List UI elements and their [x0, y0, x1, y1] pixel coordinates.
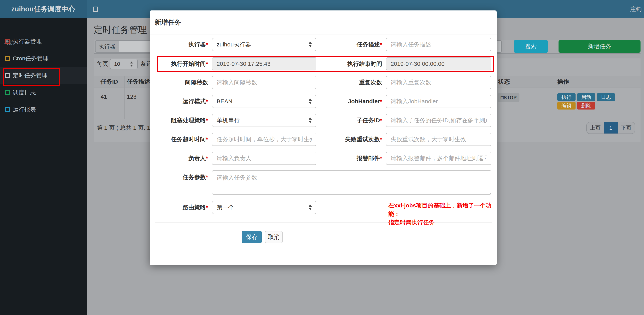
app-root: zuihou任务调度中心 注销 导航 执行器管理 Cron任务管理 定时任务管理… — [0, 0, 644, 315]
col-header-task-id: 任务ID — [100, 76, 118, 88]
task-timeout-input[interactable] — [212, 133, 316, 146]
field-label: 执行器* — [150, 38, 208, 51]
task-params-textarea[interactable] — [212, 170, 491, 195]
square-outline-icon — [5, 90, 10, 95]
block-strategy-select[interactable]: 单机串行 — [212, 114, 316, 127]
sidebar-item-run-report[interactable]: 运行报表 — [0, 101, 87, 118]
repeat-count-input[interactable] — [386, 76, 491, 89]
cancel-button[interactable]: 取消 — [265, 231, 283, 243]
cell-task-desc: 123 — [127, 92, 136, 101]
per-page-prefix: 每页 — [97, 59, 108, 69]
start-time-input[interactable] — [212, 57, 316, 70]
field-label: 重复次数 — [316, 76, 382, 89]
square-outline-icon — [5, 56, 10, 61]
sidebar-item-timed-task-manage[interactable]: 定时任务管理 — [0, 67, 87, 84]
search-button[interactable]: 搜索 — [514, 40, 548, 53]
field-label: 任务描述* — [316, 38, 382, 51]
field-label: 失败重试次数* — [316, 133, 382, 146]
status-badge: □STOP — [498, 93, 520, 102]
owner-input[interactable] — [212, 152, 316, 165]
start-button[interactable]: 启动 — [577, 93, 595, 101]
form-row-timeout: 任务超时时间* 失败重试次数* — [150, 133, 497, 146]
feature-note-line1: 在xxl-jobs项目的基础上，新增了一个功能： — [388, 201, 495, 218]
form-row-interval: 间隔秒数 重复次数 — [150, 76, 497, 89]
add-task-modal: 新增任务 执行器* zuihou执行器 任务描述* 执行开始时间* 执行结束时间… — [150, 11, 497, 265]
field-label: 运行模式* — [150, 95, 208, 108]
alarm-email-input[interactable] — [386, 152, 491, 165]
logout-link[interactable]: 注销 — [630, 0, 642, 18]
jobhandler-input[interactable] — [386, 95, 491, 108]
cell-task-id: 41 — [100, 92, 107, 101]
modal-header-divider — [150, 34, 497, 35]
log-button[interactable]: 日志 — [597, 93, 615, 101]
sidebar-item-dispatch-log[interactable]: 调度日志 — [0, 84, 87, 101]
delete-button[interactable]: 删除 — [577, 102, 595, 110]
run-button[interactable]: 执行 — [557, 93, 576, 101]
square-outline-icon — [5, 107, 10, 112]
fail-retry-input[interactable] — [386, 133, 491, 146]
select-arrows-icon — [130, 62, 134, 67]
per-page-value: 10 — [114, 61, 120, 67]
current-page-button[interactable]: 1 — [604, 122, 618, 134]
sidebar-item-label: Cron任务管理 — [13, 50, 48, 67]
select-arrows-icon — [309, 41, 312, 47]
brand-title: zuihou任务调度中心 — [0, 0, 87, 18]
field-label: 报警邮件* — [316, 152, 382, 165]
route-strategy-select[interactable]: 第一个 — [212, 201, 316, 214]
task-desc-input[interactable] — [386, 38, 491, 51]
interval-seconds-input[interactable] — [212, 76, 316, 89]
run-mode-select[interactable]: BEAN — [212, 95, 316, 108]
sidebar-toggle-icon[interactable] — [93, 7, 98, 12]
square-outline-icon — [5, 73, 10, 78]
field-label: 任务参数* — [150, 173, 208, 181]
modal-title: 新增任务 — [155, 11, 181, 34]
column-divider — [552, 76, 552, 119]
pagination: 上页 1 下页 — [586, 122, 635, 134]
per-page-select[interactable]: 10 — [110, 59, 138, 69]
col-header-status: 状态 — [498, 76, 510, 88]
sidebar-item-executor-manage[interactable]: 执行器管理 — [0, 33, 87, 50]
field-label: 子任务ID* — [316, 114, 382, 127]
form-row-executor: 执行器* zuihou执行器 任务描述* — [150, 38, 497, 51]
col-header-operations: 操作 — [557, 76, 569, 88]
prev-page-button[interactable]: 上页 — [587, 122, 604, 134]
select-arrows-icon — [309, 98, 312, 104]
field-label: 负责人* — [150, 152, 208, 165]
field-label: 路由策略* — [150, 201, 208, 214]
sidebar-item-label: 运行报表 — [13, 101, 36, 118]
feature-note: 在xxl-jobs项目的基础上，新增了一个功能： 指定时间执行任务 — [388, 201, 495, 227]
form-row-owner: 负责人* 报警邮件* — [150, 152, 497, 165]
form-row-exec-time: 执行开始时间* 执行结束时间 — [150, 57, 497, 70]
executor-select[interactable]: zuihou执行器 — [212, 38, 316, 51]
save-button[interactable]: 保存 — [242, 231, 262, 243]
sidebar-item-cron-task-manage[interactable]: Cron任务管理 — [0, 50, 87, 67]
column-divider — [124, 76, 124, 119]
field-label: 任务超时时间* — [150, 133, 208, 146]
modal-footer-divider — [155, 222, 492, 222]
add-task-button[interactable]: 新增任务 — [558, 40, 640, 53]
sidebar-item-label: 执行器管理 — [13, 33, 42, 50]
edit-button[interactable]: 编辑 — [557, 102, 576, 110]
executor-filter-addon: 执行器 — [95, 40, 119, 53]
select-arrows-icon — [309, 204, 312, 210]
select-arrows-icon — [309, 117, 312, 123]
form-row-block-strategy: 阻塞处理策略* 单机串行 子任务ID* — [150, 114, 497, 127]
next-page-button[interactable]: 下页 — [618, 122, 635, 134]
field-label: 执行开始时间* — [150, 57, 208, 70]
sidebar-item-label: 定时任务管理 — [13, 67, 48, 84]
field-label: 间隔秒数 — [150, 76, 208, 89]
square-outline-icon — [5, 39, 10, 44]
field-label: JobHandler* — [316, 95, 382, 108]
feature-note-line2: 指定时间执行任务 — [388, 218, 495, 227]
field-label: 阻塞处理策略* — [150, 114, 208, 127]
page-title: 定时任务管理 — [94, 24, 147, 36]
sidebar-item-label: 调度日志 — [13, 84, 36, 101]
child-task-id-input[interactable] — [386, 114, 491, 127]
end-time-input[interactable] — [386, 57, 491, 70]
col-header-task-desc: 任务描述 — [127, 76, 150, 88]
field-label: 执行结束时间 — [316, 57, 382, 70]
form-row-run-mode: 运行模式* BEAN JobHandler* — [150, 95, 497, 108]
